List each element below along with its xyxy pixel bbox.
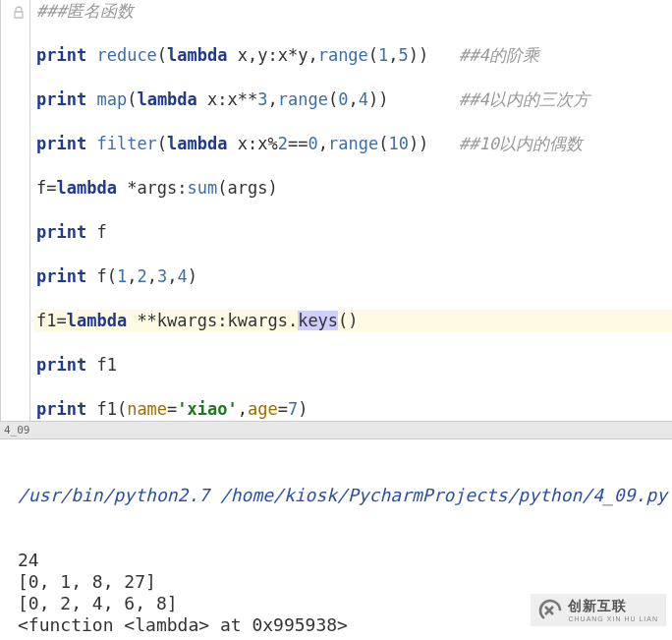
token-kw: print: [36, 134, 86, 153]
token-num: 2: [137, 266, 146, 286]
token-name: =: [167, 399, 177, 419]
token-kwarg: name: [127, 399, 167, 419]
code-line[interactable]: [34, 288, 672, 311]
token-num: 0: [338, 89, 348, 109]
token-name: [86, 134, 96, 153]
token-num: 0: [308, 134, 317, 153]
code-line[interactable]: [34, 244, 672, 266]
token-num: 10: [388, 134, 408, 153]
token-punct: ): [298, 399, 308, 419]
token-comment: ##4以内的三次方: [459, 89, 589, 109]
code-line[interactable]: print reduce(lambda x,y:x*y,range(1,5)) …: [34, 44, 672, 67]
token-name: f(: [86, 266, 117, 286]
watermark-logo-icon: [538, 599, 562, 622]
token-num: 1: [117, 266, 127, 286]
code-line[interactable]: [34, 377, 672, 399]
token-name: x:x%: [228, 134, 278, 153]
token-kw: print: [36, 222, 86, 242]
token-punct: (: [378, 134, 388, 153]
token-num: 4: [177, 266, 187, 286]
code-line[interactable]: [34, 155, 672, 178]
token-name: x,y:x*y,: [228, 45, 318, 65]
code-line[interactable]: print f(1,2,3,4): [34, 265, 672, 288]
code-editor[interactable]: ###匿名函数 print reduce(lambda x,y:x*y,rang…: [0, 0, 672, 421]
token-num: 2: [278, 134, 288, 153]
watermark-text-cn: 创新互联: [568, 598, 658, 615]
token-builtin: map: [96, 89, 127, 109]
token-name: ==: [288, 134, 308, 153]
token-num: 5: [399, 45, 409, 65]
token-kwarg: age: [248, 399, 278, 419]
code-line[interactable]: print map(lambda x:x**3,range(0,4)) ##4以…: [34, 88, 672, 111]
token-punct: (: [328, 89, 338, 109]
token-name: f1: [86, 355, 117, 375]
token-kw: print: [36, 399, 86, 419]
output-tab-label[interactable]: 4_09: [0, 421, 672, 439]
token-punct: )): [368, 89, 459, 109]
token-num: 3: [257, 89, 267, 109]
lock-icon: [13, 4, 25, 27]
output-line: [0, 1, 8, 27]: [18, 571, 656, 593]
token-kw: lambda: [56, 178, 116, 198]
token-punct: ,: [318, 134, 328, 153]
code-line[interactable]: print filter(lambda x:x%2==0,range(10)) …: [34, 133, 672, 155]
code-line[interactable]: [34, 67, 672, 89]
token-punct: (: [368, 45, 378, 65]
token-punct: ,: [127, 266, 137, 286]
token-builtin: range: [318, 45, 368, 65]
token-name: f1(: [86, 399, 127, 419]
token-kw: print: [36, 89, 86, 109]
token-sel: keys: [298, 311, 338, 330]
token-punct: (args): [217, 178, 277, 198]
token-comment: ##10以内的偶数: [459, 134, 583, 153]
code-line[interactable]: print f: [34, 221, 672, 244]
code-line[interactable]: print f1(name='xiao',age=7): [34, 398, 672, 421]
token-punct: ,: [388, 45, 398, 65]
token-builtin: filter: [96, 134, 156, 153]
code-line[interactable]: f1=lambda **kwargs:kwargs.keys(): [34, 310, 672, 332]
token-name: f1=: [36, 311, 67, 330]
token-punct: ,: [167, 266, 177, 286]
code-line[interactable]: [34, 332, 672, 355]
token-punct: )): [409, 134, 459, 153]
token-kw: lambda: [137, 89, 196, 109]
output-command: /usr/bin/python2.7 /home/kiosk/PycharmPr…: [18, 485, 656, 506]
code-line[interactable]: [34, 23, 672, 45]
token-punct: )): [409, 45, 459, 65]
token-num: 7: [288, 399, 298, 419]
token-punct: ,: [268, 89, 278, 109]
output-line: 24: [18, 550, 656, 571]
token-comment: ###匿名函数: [36, 1, 134, 21]
token-punct: ,: [147, 266, 157, 286]
editor-gutter: [1, 0, 30, 421]
token-builtin: reduce: [96, 45, 156, 65]
token-name: *args:: [117, 178, 188, 198]
code-line[interactable]: ###匿名函数: [34, 0, 672, 23]
token-punct: (: [157, 45, 167, 65]
token-punct: ,: [238, 399, 248, 419]
code-line[interactable]: [34, 111, 672, 134]
token-num: 4: [359, 89, 368, 109]
token-str: 'xiao': [177, 399, 237, 419]
token-kw: lambda: [167, 45, 227, 65]
token-kw: print: [36, 45, 86, 65]
token-num: 1: [378, 45, 388, 65]
token-builtin: range: [278, 89, 328, 109]
token-comment: ##4的阶乘: [459, 45, 539, 65]
code-line[interactable]: [34, 200, 672, 222]
token-num: 3: [157, 266, 167, 286]
watermark-badge: 创新互联 CHUANG XIN HU LIAN: [531, 594, 666, 626]
code-line[interactable]: f=lambda *args:sum(args): [34, 177, 672, 200]
token-punct: (: [127, 89, 137, 109]
token-kw: print: [36, 266, 86, 286]
token-name: [86, 89, 96, 109]
token-name: [86, 45, 96, 65]
token-punct: (: [157, 134, 167, 153]
token-name: =: [278, 399, 288, 419]
token-name: **kwargs:kwargs.: [127, 311, 298, 330]
code-line[interactable]: print f1: [34, 354, 672, 377]
token-punct: ): [188, 266, 197, 286]
token-name: x:x**: [197, 89, 257, 109]
token-kw: lambda: [167, 134, 227, 153]
watermark-text-en: CHUANG XIN HU LIAN: [568, 615, 658, 622]
